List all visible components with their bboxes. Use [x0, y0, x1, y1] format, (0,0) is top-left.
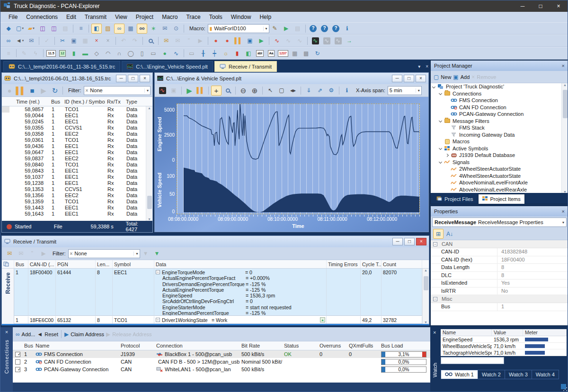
signal-row[interactable]: −Driver1WorkingState= Work▲ [155, 317, 325, 323]
watch-tab-4[interactable]: Watch 4 [532, 370, 559, 379]
mini-plotter-icon[interactable]: ∿ [171, 48, 181, 58]
semi-gauge-icon[interactable]: ◠ [103, 48, 113, 58]
save-all-icon[interactable]: ◫ [49, 24, 59, 34]
instrument-tree-icon[interactable]: ≡ [3, 48, 14, 58]
tab-receive-transmit[interactable]: Receive / Transmit [214, 61, 277, 72]
zoom-region-icon[interactable]: ▢ [276, 86, 287, 96]
plot-close-button[interactable]: × [416, 75, 426, 82]
symbols-window-button[interactable]: ▦ [125, 24, 136, 34]
property-row[interactable]: CAN-ID (hex)18F00400 [431, 256, 568, 264]
trace-row[interactable]: 59,13591TCO1RxData [2, 199, 152, 205]
tree-item[interactable]: 2WheelSteerActuatorState [431, 166, 568, 173]
trace-row[interactable]: 59,03551CCVS1RxData [2, 125, 152, 131]
project-tree-scrollbar[interactable]: ▲▼ [561, 83, 568, 193]
switch-control-icon[interactable]: ◧ [243, 48, 254, 58]
design-mode-icon[interactable]: ✎ [19, 48, 29, 58]
window-info-icon[interactable]: ℹ [342, 24, 353, 34]
pointer-icon[interactable]: ↖ [265, 86, 275, 96]
resume-transmission-icon[interactable]: ▶ [38, 249, 49, 259]
plot-grid-area[interactable] [177, 104, 420, 214]
tree-item[interactable]: PCAN-Gateway Connection [431, 111, 568, 118]
add-project-item-button[interactable]: ▣Add [453, 72, 470, 82]
collapse-icon[interactable]: − [156, 270, 160, 274]
watch-row[interactable]: EngineSpeed1536,3 rpm [441, 336, 567, 343]
help-search-icon[interactable]: ? [331, 24, 341, 34]
trace-row[interactable]: 59,13561EEC2RxData [2, 192, 152, 199]
plot-play-icon[interactable]: ▶ [184, 86, 195, 96]
connection-row[interactable]: ✓1FMS ConnectionJ1939BlackBox 1 - 500@pc… [13, 350, 430, 358]
trace-row[interactable]: 59,08431EEC1RxData [2, 168, 152, 174]
delete-all-icon[interactable]: × [103, 36, 113, 46]
plotter-stop-icon[interactable]: ∿ [294, 36, 305, 46]
plot-record-icon[interactable]: ∿ [157, 86, 168, 96]
menu-view[interactable]: View [111, 12, 132, 22]
add-connection-button[interactable]: ∞Add... [15, 329, 36, 339]
trace-filter-combobox[interactable]: ×None▾ [84, 86, 151, 95]
connection-checkbox[interactable]: ✓ [15, 367, 20, 372]
tab-plot-file[interactable]: C:\...\Engine_Vehicle Speed.plt [122, 61, 213, 72]
rx-column-count[interactable]: Count [382, 260, 422, 268]
window-resize-grip[interactable] [563, 387, 568, 392]
label-control-icon[interactable]: Aa [266, 48, 276, 58]
trace-column-headers[interactable]: Time (rel.)BusID (hex.) / SymbolRx/TxTyp… [2, 97, 152, 106]
macro-list-icon[interactable]: ▤ [293, 24, 303, 34]
edit-macro-icon[interactable]: ✎ [270, 24, 280, 34]
trace-row[interactable]: 58,98571TCO1RxData [2, 106, 152, 113]
tab-list-icon[interactable]: ▾ [418, 64, 420, 69]
rx-column-pgn[interactable]: PGN [56, 260, 96, 268]
categorized-view-button[interactable]: ⊞ [433, 229, 444, 239]
property-row[interactable]: IsExtendedYes [431, 279, 568, 287]
connections-column-headers[interactable]: BusNameProtocolConnectionBit RateStatusO… [13, 341, 430, 350]
menu-trace[interactable]: Trace [182, 12, 204, 22]
tree-item[interactable]: Project 'Truck Diagnostic' [431, 83, 568, 90]
menu-window[interactable]: Window [227, 12, 256, 22]
property-row[interactable]: Bus1 [431, 303, 568, 311]
property-row[interactable]: DLC8 [431, 272, 568, 280]
rx-message-row[interactable]: 118F00400614448EEC1−EngineTorqueMode= 0A… [14, 269, 422, 316]
menu-macro[interactable]: Macro [158, 12, 182, 22]
tree-item[interactable]: FMS Connection [431, 97, 568, 104]
rx-message-row[interactable]: 118FE6C00651328TCO1−Driver1WorkingState=… [14, 316, 422, 324]
app-logo-icon[interactable]: ◆ [3, 24, 14, 34]
rx-column-can-id-[interactable]: CAN-ID (... [28, 260, 56, 268]
trace-row[interactable]: 59,00441EEC1RxData [2, 113, 152, 119]
conn-column-bus[interactable]: Bus [22, 343, 34, 348]
scroll-down-icon[interactable]: ▼ [148, 218, 151, 221]
release-address-button[interactable]: ▶Release Address [106, 329, 152, 339]
paste-icon[interactable]: ▦ [80, 36, 90, 46]
progress-control-icon[interactable]: ▮ [232, 48, 242, 58]
record-button[interactable]: ● [4, 86, 15, 96]
tree-item[interactable]: Connections [431, 90, 568, 97]
image-control-icon[interactable]: ▦ [290, 48, 300, 58]
arc-gauge-icon[interactable]: ∩ [114, 48, 124, 58]
scope-icon[interactable]: ∿ [310, 36, 320, 46]
run-mode-icon[interactable]: ϟ [30, 48, 41, 58]
watch-tab-3[interactable]: Watch 3 [505, 370, 532, 379]
minimize-button[interactable]: ─ [514, 0, 532, 12]
number-display-icon[interactable]: 1237 [277, 48, 289, 58]
signal-row[interactable]: EngineDemandPercentTorque= -125 % [155, 310, 325, 315]
menu-help[interactable]: Help [255, 12, 275, 22]
menu-connections[interactable]: Connections [22, 12, 62, 22]
rx-scrollbar[interactable]: ▲▼ [422, 269, 429, 324]
project-window-button[interactable]: ◧ [91, 24, 102, 34]
signal-row[interactable]: EngineStarterMode= start not requested [155, 305, 325, 310]
tree-item[interactable]: Macros [431, 138, 568, 145]
rx-column-headers[interactable]: BusCAN-ID (...PGNLen...SymbolDataTiming … [2, 260, 429, 269]
connections-close-icon[interactable]: × [5, 329, 8, 335]
trace-row[interactable]: 59,06471EEC1RxData [2, 149, 152, 156]
connections-side-tab[interactable]: × Connections [0, 327, 13, 392]
watch-row[interactable]: TachographVehicleSpeed71,0 km/h [441, 349, 567, 356]
rx-column-data[interactable]: Data [154, 260, 327, 268]
plotter-icon[interactable]: ∿ [272, 36, 282, 46]
trace-row[interactable]: 59,08401TCO1RxData [2, 162, 152, 168]
connection-checkbox[interactable] [15, 359, 20, 365]
conn-column-bus-load[interactable]: Bus Load [379, 343, 430, 348]
connect-icon[interactable]: ∞ [3, 36, 14, 46]
horizontal-slider-icon[interactable]: ┿ [209, 48, 220, 58]
watch-tab-2[interactable]: Watch 2 [478, 370, 505, 379]
pause-button[interactable]: ▌▌ [16, 86, 26, 96]
property-row[interactable]: Data Length8 [431, 264, 568, 272]
export-data-icon[interactable]: → [344, 36, 355, 46]
signal-row[interactable]: ActualEnginePercentTorque= -125 % [155, 287, 325, 293]
